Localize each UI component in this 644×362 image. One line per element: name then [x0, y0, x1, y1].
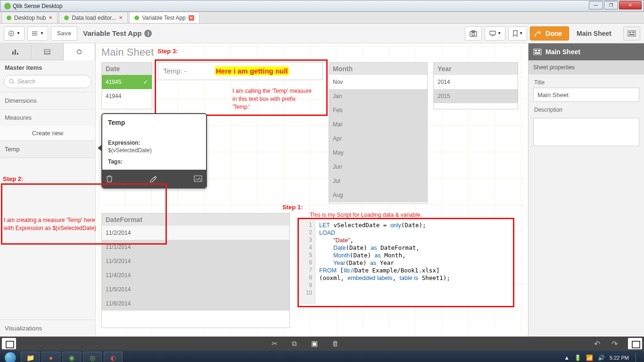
taskbar-qlik[interactable]: ◉ [62, 352, 81, 362]
month-row[interactable]: Jul [329, 174, 427, 188]
bookmark-button[interactable]: ▼ [508, 26, 527, 41]
window-minimize-button[interactable]: — [589, 1, 603, 9]
search-icon [9, 79, 15, 84]
measures-section[interactable]: Measures [0, 109, 95, 126]
year-row[interactable]: 2014 [434, 75, 518, 89]
tab-variable-test-app[interactable]: Variable Test App✕ [129, 12, 199, 23]
delete-icon[interactable] [106, 175, 113, 182]
wifi-icon[interactable]: 📶 [586, 354, 593, 361]
svg-rect-12 [12, 51, 14, 55]
app-title: Variable Test App i [83, 29, 152, 37]
snapshot-button[interactable] [465, 26, 482, 41]
main-toolbar: ▼ ▼ Save Variable Test App i ▼ ▼ Done Ma… [0, 24, 644, 43]
month-row[interactable]: Feb [329, 103, 427, 117]
tray-up-icon[interactable]: ▲ [564, 354, 570, 361]
create-new-button[interactable]: Create new [0, 126, 95, 140]
taskbar-explorer[interactable]: 📁 [21, 352, 40, 362]
charts-tab[interactable] [0, 43, 32, 60]
window-maximize-button[interactable]: ❐ [604, 1, 618, 9]
month-filter[interactable]: Month Nov Jan Feb Mar Apr May Jun Jul Au… [329, 62, 428, 204]
sheet-name-display: Main Sheet [577, 30, 611, 37]
fields-tab[interactable] [32, 43, 63, 60]
left-collapse-button[interactable] [2, 338, 16, 349]
edit-menu-button[interactable]: ▼ [27, 26, 48, 41]
month-row[interactable]: Mar [329, 117, 427, 132]
date-row-selected[interactable]: 41945✓ [102, 75, 152, 89]
info-icon[interactable]: i [144, 30, 152, 37]
taskbar-app2[interactable]: ◐ [104, 352, 123, 362]
nav-menu-button[interactable]: ▼ [4, 26, 25, 41]
date-filter[interactable]: Date 41945✓ 41944 [101, 62, 152, 109]
svg-point-16 [9, 79, 13, 83]
svg-rect-14 [17, 53, 18, 55]
month-row[interactable]: May [329, 146, 427, 160]
description-input[interactable] [533, 118, 639, 146]
svg-rect-10 [632, 32, 635, 33]
measure-detail-popup: Temp Expression: $(vSelectedDate) Tags: [101, 113, 207, 189]
start-button[interactable] [2, 351, 19, 362]
edit-icon[interactable] [149, 175, 157, 182]
tab-desktop-hub[interactable]: Desktop hub✕ [1, 12, 58, 23]
windows-taskbar: 📁 ● ◉ ◎ ◐ ▲ 🔋 📶 🔊 5:22 PM [0, 351, 644, 362]
month-row[interactable]: Apr [329, 132, 427, 146]
done-button[interactable]: Done [530, 26, 569, 41]
master-items-header: Master items [0, 60, 95, 75]
svg-point-1 [32, 31, 33, 32]
system-tray[interactable]: ▲ 🔋 📶 🔊 5:22 PM [564, 353, 642, 362]
svg-point-2 [32, 33, 33, 34]
measure-item-temp[interactable]: Temp [0, 140, 95, 158]
cut-icon[interactable]: ✂ [272, 339, 278, 348]
year-filter[interactable]: Year 2014 2015 [433, 62, 518, 109]
dateformat-row[interactable]: 11/3/2014 [102, 254, 289, 268]
annotation-step2-box [1, 183, 167, 245]
volume-icon[interactable]: 🔊 [598, 354, 605, 361]
svg-rect-19 [535, 50, 537, 51]
tab-data-load-editor[interactable]: Data load editor...✕ [59, 12, 128, 23]
dateformat-row[interactable]: 11/6/2014 [102, 296, 289, 311]
year-row[interactable]: 2015 [434, 89, 518, 103]
image-icon[interactable] [194, 175, 202, 182]
svg-point-5 [472, 33, 475, 35]
description-label: Description [528, 102, 644, 115]
dateformat-row[interactable]: 11/4/2014 [102, 268, 289, 282]
redo-icon[interactable]: ↷ [611, 339, 618, 348]
month-row[interactable]: Jun [329, 160, 427, 174]
annotation-step1-label: Step 1: [282, 204, 303, 211]
window-title: Qlik Sense Desktop [0, 3, 62, 9]
trash-icon[interactable]: 🗑 [332, 339, 339, 348]
paste-icon[interactable]: ▣ [311, 339, 318, 348]
bottom-toolbar: ✂ ⧉ ▣ 🗑 ↶ ↷ [0, 337, 644, 351]
taskbar-firefox[interactable]: ● [41, 352, 60, 362]
undo-icon[interactable]: ↶ [594, 339, 600, 348]
sheet-properties-label: Sheet properties [528, 60, 644, 74]
svg-point-3 [32, 34, 33, 35]
search-input[interactable]: Search [4, 75, 91, 88]
visualizations-section[interactable]: Visualizations [0, 320, 95, 337]
device-preview-button[interactable]: ▼ [485, 26, 505, 41]
svg-rect-9 [629, 32, 631, 33]
sheets-menu-button[interactable] [623, 26, 640, 41]
battery-icon[interactable]: 🔋 [574, 354, 581, 361]
month-row[interactable]: Nov [329, 75, 427, 89]
right-collapse-button[interactable] [628, 338, 642, 349]
date-row[interactable]: 41944 [102, 89, 152, 103]
window-close-button[interactable]: ✕ [619, 1, 642, 9]
dimensions-section[interactable]: Dimensions [0, 92, 95, 109]
title-label: Title [528, 74, 644, 88]
copy-icon[interactable]: ⧉ [292, 339, 297, 348]
annotation-step1-box [297, 218, 514, 307]
app-tab-bar: Desktop hub✕ Data load editor...✕ Variab… [0, 12, 644, 24]
svg-rect-11 [629, 34, 635, 35]
svg-rect-18 [534, 49, 541, 55]
window-titlebar: Qlik Sense Desktop — ❐ ✕ [0, 0, 644, 12]
title-input[interactable] [533, 88, 639, 102]
svg-rect-21 [535, 52, 540, 54]
tray-clock[interactable]: 5:22 PM [610, 355, 629, 361]
taskbar-app[interactable]: ◎ [83, 352, 102, 362]
month-row[interactable]: Aug [329, 188, 427, 202]
master-items-tab[interactable] [64, 43, 95, 60]
svg-rect-7 [490, 31, 495, 35]
save-button[interactable]: Save [51, 26, 77, 41]
dateformat-row[interactable]: 11/5/2014 [102, 282, 289, 296]
month-row[interactable]: Jan [329, 89, 427, 103]
